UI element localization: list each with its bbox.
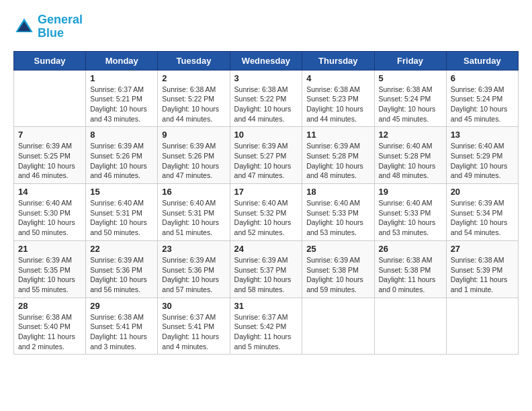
calendar-cell: 19 Sunrise: 6:40 AM Sunset: 5:33 PM Dayl…: [374, 184, 446, 241]
header-cell-saturday: Saturday: [446, 51, 518, 70]
calendar-row: 7 Sunrise: 6:39 AM Sunset: 5:25 PM Dayli…: [14, 127, 519, 184]
sunset-value: 5:40 PM: [44, 322, 71, 330]
sunset-value: 5:33 PM: [332, 209, 359, 217]
sunset-label: Sunset:: [90, 322, 116, 330]
day-number: 31: [234, 301, 298, 311]
sunrise-value: 6:38 AM: [406, 256, 433, 264]
sunrise-label: Sunrise:: [234, 199, 262, 207]
sunset-value: 5:27 PM: [260, 152, 286, 160]
sunset-label: Sunset:: [162, 322, 188, 330]
sunrise-value: 6:40 AM: [190, 199, 216, 207]
sunset-value: 5:22 PM: [188, 95, 214, 103]
day-info: Sunrise: 6:40 AM Sunset: 5:31 PM Dayligh…: [162, 198, 225, 238]
sunset-value: 5:41 PM: [188, 322, 214, 330]
header-cell-tuesday: Tuesday: [158, 51, 230, 70]
calendar-cell: 28 Sunrise: 6:38 AM Sunset: 5:40 PM Dayl…: [14, 298, 86, 355]
sunset-label: Sunset:: [306, 95, 332, 103]
calendar-cell: [302, 298, 374, 355]
calendar-cell: 2 Sunrise: 6:38 AM Sunset: 5:22 PM Dayli…: [158, 70, 230, 127]
day-number: 13: [451, 130, 514, 140]
sunset-label: Sunset:: [90, 152, 116, 160]
day-info: Sunrise: 6:40 AM Sunset: 5:33 PM Dayligh…: [379, 198, 442, 238]
sunset-label: Sunset:: [451, 95, 477, 103]
sunrise-value: 6:40 AM: [335, 199, 361, 207]
calendar-row: 1 Sunrise: 6:37 AM Sunset: 5:21 PM Dayli…: [14, 70, 519, 127]
day-number: 10: [234, 130, 298, 140]
sunset-value: 5:35 PM: [44, 266, 71, 274]
sunset-label: Sunset:: [90, 95, 116, 103]
sunrise-value: 6:39 AM: [478, 85, 504, 93]
sunrise-value: 6:39 AM: [118, 256, 144, 264]
calendar-cell: 21 Sunrise: 6:39 AM Sunset: 5:35 PM Dayl…: [14, 240, 86, 298]
day-number: 5: [379, 73, 442, 83]
day-info: Sunrise: 6:40 AM Sunset: 5:33 PM Dayligh…: [306, 198, 369, 238]
sunrise-value: 6:38 AM: [46, 313, 72, 321]
daylight-label: Daylight:: [234, 275, 264, 283]
header-cell-monday: Monday: [86, 51, 158, 70]
calendar-cell: [446, 298, 518, 355]
sunrise-label: Sunrise:: [451, 199, 478, 207]
sunrise-label: Sunrise:: [379, 142, 406, 150]
sunset-label: Sunset:: [379, 95, 405, 103]
sunset-value: 5:26 PM: [116, 152, 142, 160]
day-info: Sunrise: 6:40 AM Sunset: 5:30 PM Dayligh…: [18, 198, 81, 238]
sunset-label: Sunset:: [18, 209, 44, 217]
daylight-label: Daylight:: [379, 105, 408, 113]
sunrise-value: 6:38 AM: [406, 85, 433, 93]
sunset-label: Sunset:: [306, 209, 332, 217]
sunset-label: Sunset:: [234, 95, 261, 103]
day-number: 3: [234, 73, 298, 83]
day-info: Sunrise: 6:38 AM Sunset: 5:23 PM Dayligh…: [306, 85, 369, 124]
header-cell-friday: Friday: [374, 51, 446, 70]
logo-text: General Blue: [38, 13, 83, 40]
sunrise-label: Sunrise:: [451, 256, 478, 264]
day-info: Sunrise: 6:39 AM Sunset: 5:38 PM Dayligh…: [306, 255, 369, 295]
daylight-label: Daylight:: [90, 105, 120, 113]
day-number: 18: [306, 187, 369, 197]
sunrise-label: Sunrise:: [379, 199, 406, 207]
day-info: Sunrise: 6:39 AM Sunset: 5:34 PM Dayligh…: [451, 198, 514, 238]
sunrise-value: 6:39 AM: [46, 256, 72, 264]
sunset-value: 5:26 PM: [188, 152, 214, 160]
day-number: 12: [379, 130, 442, 140]
sunset-label: Sunset:: [234, 322, 261, 330]
sunset-value: 5:38 PM: [332, 266, 359, 274]
sunrise-value: 6:39 AM: [262, 142, 288, 150]
day-info: Sunrise: 6:38 AM Sunset: 5:22 PM Dayligh…: [234, 85, 298, 124]
sunrise-value: 6:38 AM: [118, 313, 144, 321]
daylight-label: Daylight:: [18, 218, 48, 226]
sunset-label: Sunset:: [162, 152, 188, 160]
day-info: Sunrise: 6:39 AM Sunset: 5:36 PM Dayligh…: [162, 255, 225, 295]
daylight-label: Daylight:: [379, 275, 408, 283]
sunset-label: Sunset:: [90, 266, 116, 274]
day-number: 14: [18, 187, 81, 197]
daylight-label: Daylight:: [162, 218, 191, 226]
day-number: 27: [451, 244, 514, 254]
day-info: Sunrise: 6:39 AM Sunset: 5:37 PM Dayligh…: [234, 255, 298, 295]
sunrise-value: 6:38 AM: [478, 256, 504, 264]
sunrise-label: Sunrise:: [18, 313, 46, 321]
sunset-label: Sunset:: [451, 209, 477, 217]
sunset-label: Sunset:: [18, 152, 44, 160]
sunset-value: 5:41 PM: [116, 322, 142, 330]
sunset-label: Sunset:: [379, 266, 405, 274]
sunset-value: 5:38 PM: [404, 266, 431, 274]
sunrise-label: Sunrise:: [306, 142, 334, 150]
calendar-cell: 6 Sunrise: 6:39 AM Sunset: 5:24 PM Dayli…: [446, 70, 518, 127]
calendar-cell: 15 Sunrise: 6:40 AM Sunset: 5:31 PM Dayl…: [86, 184, 158, 241]
sunset-label: Sunset:: [306, 266, 332, 274]
calendar-cell: [14, 70, 86, 127]
calendar-cell: 31 Sunrise: 6:37 AM Sunset: 5:42 PM Dayl…: [230, 298, 302, 355]
sunset-value: 5:36 PM: [116, 266, 142, 274]
calendar-cell: 1 Sunrise: 6:37 AM Sunset: 5:21 PM Dayli…: [86, 70, 158, 127]
sunrise-label: Sunrise:: [234, 85, 262, 93]
sunset-value: 5:31 PM: [116, 209, 142, 217]
day-number: 17: [234, 187, 298, 197]
calendar-cell: 7 Sunrise: 6:39 AM Sunset: 5:25 PM Dayli…: [14, 127, 86, 184]
day-number: 29: [90, 301, 153, 311]
day-info: Sunrise: 6:39 AM Sunset: 5:36 PM Dayligh…: [90, 255, 153, 295]
daylight-label: Daylight:: [379, 218, 408, 226]
sunrise-label: Sunrise:: [90, 199, 118, 207]
day-info: Sunrise: 6:39 AM Sunset: 5:27 PM Dayligh…: [234, 141, 298, 181]
sunrise-value: 6:39 AM: [478, 199, 504, 207]
